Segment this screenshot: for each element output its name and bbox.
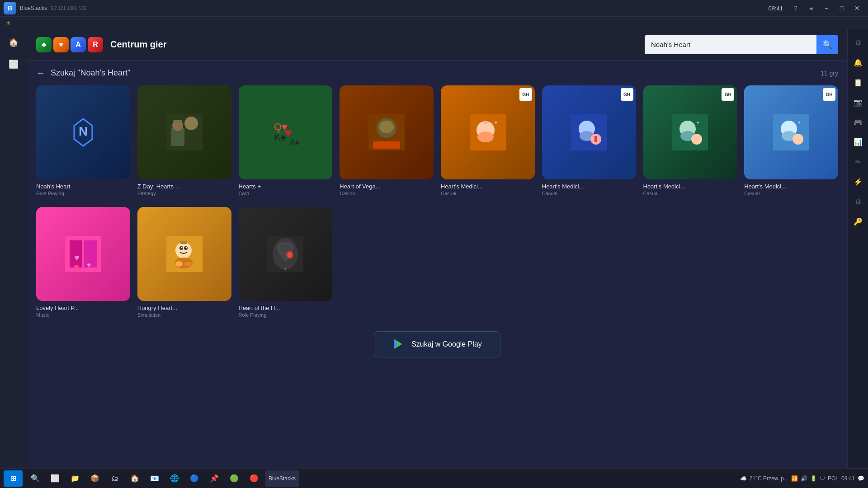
svg-text:+: + xyxy=(495,120,497,125)
game-name: Heart of Vega... xyxy=(340,183,434,190)
svg-point-35 xyxy=(793,134,803,145)
list-item[interactable]: GH Heart's Medici... Casual xyxy=(542,85,636,196)
list-item[interactable]: + GH Heart's Medici... Casual xyxy=(643,85,737,196)
taskbar-weather: ☁️ xyxy=(740,475,747,482)
svg-text:+: + xyxy=(798,120,801,125)
warning-bar: ⚠ xyxy=(0,16,868,29)
search-input[interactable] xyxy=(645,35,816,54)
game-genre: Casual xyxy=(744,191,838,196)
taskbar-pin-button[interactable]: 📌 xyxy=(205,470,223,487)
svg-point-51 xyxy=(175,261,183,267)
svg-text:+: + xyxy=(697,120,699,125)
taskbar-green-button[interactable]: 🟢 xyxy=(225,470,243,487)
game-thumbnail xyxy=(137,85,231,179)
game-thumbnail: Q♥ K♠ ♥ A♠ xyxy=(239,85,333,179)
gh-badge: GH xyxy=(621,88,633,101)
taskbar-antivirus: 🛡 xyxy=(820,475,825,482)
list-item[interactable]: + GH Heart's Medici... Casual xyxy=(744,85,838,196)
taskbar-home-button[interactable]: 🏠 xyxy=(126,470,144,487)
taskbar-right: ☁️ 21°C Przew. p... 📶 🔊 🔋 🛡 POL 09:41 💬 xyxy=(740,475,864,482)
back-button[interactable]: ← xyxy=(36,68,45,78)
game-thumbnail: N xyxy=(36,85,130,179)
warning-icon: ⚠ xyxy=(5,19,11,27)
game-name: Heart's Medici... xyxy=(744,183,838,190)
game-thumbnail: ♥ ♥ xyxy=(36,207,130,301)
game-genre: Casual xyxy=(542,191,636,196)
rs-icon-7[interactable]: ✏ xyxy=(850,154,866,170)
taskbar-battery: 🔋 xyxy=(810,475,817,482)
game-thumbnail: + GH xyxy=(744,85,838,179)
taskbar-search-button[interactable]: 🔍 xyxy=(26,470,44,487)
restore-button[interactable]: □ xyxy=(835,2,849,14)
search-label: Szukaj "Noah's Heart" xyxy=(51,68,130,78)
game-genre: Role Playing xyxy=(36,191,130,196)
taskbar-apps-button[interactable]: 🗂 xyxy=(106,470,124,487)
game-genre: Simulation xyxy=(137,312,231,318)
content-area: ♣ ♥ A R Centrum gier 🔍 ← Szukaj "Noah's … xyxy=(27,29,847,468)
svg-point-30 xyxy=(691,134,702,145)
taskbar-folder-button[interactable]: 📁 xyxy=(66,470,84,487)
sidebar-multi-icon[interactable]: ⬜ xyxy=(4,54,24,74)
rs-icon-4[interactable]: 📷 xyxy=(850,94,866,110)
close-button[interactable]: ✕ xyxy=(850,2,864,14)
game-image: SLOTS xyxy=(340,85,434,179)
gh-badge: GH xyxy=(519,88,532,101)
svg-point-52 xyxy=(184,262,192,266)
game-image: N xyxy=(36,85,130,179)
app-version: 5.7.121.1001 N32 xyxy=(51,6,87,11)
taskbar-red-button[interactable]: 🔴 xyxy=(245,470,263,487)
list-item[interactable]: N Noah's Heart Role Playing xyxy=(36,85,130,196)
list-item[interactable]: SLOTS Heart of Vega... Casino xyxy=(340,85,434,196)
taskbar-browser-button[interactable]: 🌐 xyxy=(165,470,184,487)
svg-text:♦: ♦ xyxy=(284,267,286,271)
sidebar-home-icon[interactable]: 🏠 xyxy=(4,33,24,52)
menu-button[interactable]: ≡ xyxy=(804,2,818,14)
help-button[interactable]: ? xyxy=(788,2,803,14)
taskbar-left: ⊞ 🔍 ⬜ 📁 📦 🗂 🏠 📧 🌐 🔵 📌 🟢 🔴 BlueStacks xyxy=(4,470,299,487)
game-image: ♥ ♥ xyxy=(36,207,130,301)
list-item[interactable]: Q♥ K♠ ♥ A♠ Hearts + Card xyxy=(239,85,333,196)
list-item[interactable]: Hungry Heart... Simulation xyxy=(137,207,231,318)
game-name: Heart of the H... xyxy=(239,305,333,311)
rs-icon-5[interactable]: 🎮 xyxy=(850,114,866,130)
list-item[interactable]: + GH Heart's Medici... Casual xyxy=(441,85,535,196)
game-image: Q♥ K♠ ♥ A♠ xyxy=(239,85,333,179)
search-header-left: ← Szukaj "Noah's Heart" xyxy=(36,68,130,78)
list-item[interactable]: Z Day: Hearts ... Strategy xyxy=(137,85,231,196)
game-name: Heart's Medici... xyxy=(441,183,535,190)
rs-icon-8[interactable]: ⚡ xyxy=(850,174,866,190)
start-button[interactable]: ⊞ xyxy=(4,470,23,487)
svg-text:♥: ♥ xyxy=(87,261,91,269)
taskbar-edge-button[interactable]: 🔵 xyxy=(185,470,203,487)
google-play-button[interactable]: Szukaj w Google Play xyxy=(374,331,500,357)
google-play-section: Szukaj w Google Play xyxy=(36,331,838,357)
list-item[interactable]: ♦ Heart of the H... Role Playing xyxy=(239,207,333,318)
taskbar-bluestacks-button[interactable]: BlueStacks xyxy=(265,470,299,487)
search-header: ← Szukaj "Noah's Heart" 11 gry xyxy=(36,68,838,78)
search-button[interactable]: 🔍 xyxy=(816,35,838,54)
taskbar-store-button[interactable]: 📦 xyxy=(86,470,104,487)
list-item[interactable]: ♥ ♥ Lovely Heart P... Music xyxy=(36,207,130,318)
game-name: Lovely Heart P... xyxy=(36,305,130,311)
game-name: Heart's Medici... xyxy=(542,183,636,190)
taskbar-mail-button[interactable]: 📧 xyxy=(146,470,164,487)
rs-icon-3[interactable]: 📋 xyxy=(850,74,866,90)
taskbar-language: POL xyxy=(828,475,839,482)
taskbar-taskview-button[interactable]: ⬜ xyxy=(46,470,64,487)
taskbar-app-label: BlueStacks xyxy=(269,475,296,482)
rs-icon-9[interactable]: ⚙ xyxy=(850,193,866,210)
game-name: Hungry Heart... xyxy=(137,305,231,311)
app-logos: ♣ ♥ A R xyxy=(36,37,103,52)
rs-icon-6[interactable]: 📊 xyxy=(850,134,866,150)
games-grid-row1: N Noah's Heart Role Playing xyxy=(36,85,838,196)
right-sidebar: ⚙ 🔔 📋 📷 🎮 📊 ✏ ⚡ ⚙ 🔑 xyxy=(847,29,868,468)
taskbar-network: 📶 xyxy=(791,475,798,482)
game-image: + GH xyxy=(643,85,737,179)
rs-icon-1[interactable]: ⚙ xyxy=(850,34,866,51)
rs-icon-2[interactable]: 🔔 xyxy=(850,54,866,70)
main-wrapper: 🏠 ⬜ ♣ ♥ A R Centrum gier 🔍 ← S xyxy=(0,29,868,468)
left-sidebar: 🏠 ⬜ xyxy=(0,29,27,468)
rs-icon-10[interactable]: 🔑 xyxy=(850,213,866,230)
logo-green: ♣ xyxy=(36,37,52,52)
minimize-button[interactable]: − xyxy=(819,2,834,14)
